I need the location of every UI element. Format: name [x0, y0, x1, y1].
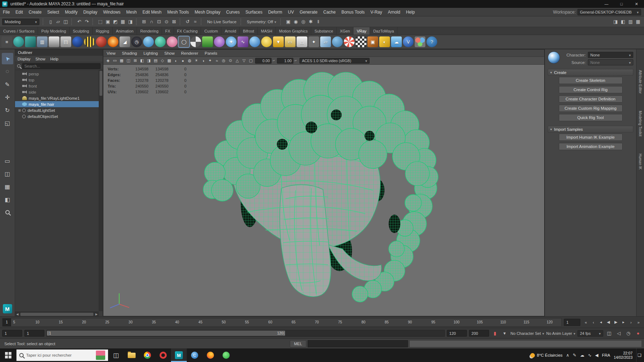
weather-widget[interactable]: 8°C Éclaircies: [530, 353, 563, 358]
menubar-item[interactable]: Deform: [265, 8, 285, 16]
object-details-icon[interactable]: ◇: [159, 58, 166, 64]
scroll-right-icon[interactable]: ▶: [94, 313, 99, 316]
notes-icon[interactable]: ▤: [60, 36, 71, 47]
outliner-item-defaultobjectset[interactable]: defaultObjectSet: [15, 113, 103, 119]
hud-toggle-icon[interactable]: ▤: [152, 58, 159, 64]
gamma-field[interactable]: 1.00: [277, 58, 293, 64]
create-skeleton-button[interactable]: Create Skeleton: [559, 77, 623, 84]
zoom-tool-button[interactable]: [2, 207, 13, 218]
sphere-blue-gloss-icon[interactable]: [249, 36, 260, 47]
outliner-menu-item[interactable]: Display: [15, 56, 33, 62]
glass-pane-icon[interactable]: ▱: [320, 36, 331, 47]
maya-taskbar-icon[interactable]: M: [171, 348, 187, 362]
shelf-tab[interactable]: XGen: [337, 27, 353, 35]
menubar-item[interactable]: UV: [285, 8, 297, 16]
toggle-tool-settings-icon[interactable]: ◧: [619, 18, 627, 25]
viewport-update-icon[interactable]: ≈: [191, 18, 199, 25]
source-dropdown[interactable]: None: [588, 59, 633, 65]
shadows-icon[interactable]: ◑: [200, 58, 206, 64]
auto-key-icon[interactable]: ●: [634, 329, 642, 337]
menubar-item[interactable]: Mesh: [123, 8, 140, 16]
undo-icon[interactable]: ↶: [75, 18, 83, 25]
opera-icon[interactable]: [155, 348, 171, 362]
eyedropper-icon[interactable]: [49, 36, 59, 47]
rotate-tool[interactable]: ↻: [2, 104, 13, 116]
paint-select-tool[interactable]: ✎: [2, 79, 13, 90]
create-control-rig-button[interactable]: Create Control Rig: [559, 86, 623, 93]
wireframe-on-shaded-icon[interactable]: ◐: [173, 58, 179, 64]
gate-mask-icon[interactable]: ◫: [125, 58, 132, 64]
menubar-item[interactable]: Edit Mesh: [140, 8, 164, 16]
go-to-start-button[interactable]: «: [582, 319, 589, 326]
create-custom-rig-mapping-button[interactable]: Create Custom Rig Mapping: [559, 105, 623, 112]
resolution-gate-icon[interactable]: ▦: [118, 58, 125, 64]
four-pane-layout-button[interactable]: ▦: [2, 181, 13, 192]
ssao-icon[interactable]: ✦: [207, 58, 213, 64]
flower-pink-icon[interactable]: [167, 36, 177, 47]
viewport-menu-item[interactable]: View: [103, 50, 119, 57]
range-slider-track[interactable]: 1 120: [47, 330, 445, 337]
animation-start-field[interactable]: 1: [2, 330, 22, 337]
shelf-tab[interactable]: Rigging: [93, 27, 113, 35]
shelf-tab[interactable]: MASH: [258, 27, 276, 35]
bee-icon[interactable]: [84, 36, 95, 47]
minimize-button[interactable]: —: [599, 0, 614, 8]
new-scene-icon[interactable]: ▯: [47, 18, 54, 25]
snap-to-view-plane-icon[interactable]: ⊠: [170, 18, 178, 25]
firefox-icon[interactable]: [203, 348, 218, 362]
no-live-surface-button[interactable]: No Live Surface: [205, 20, 239, 24]
create-section-header[interactable]: Create: [548, 69, 633, 76]
highlight-selection-icon[interactable]: ◨: [127, 18, 134, 25]
playback-range-handle[interactable]: 1 120: [47, 331, 285, 336]
character-set-dropdown[interactable]: No Character Set: [511, 331, 544, 336]
play-backwards-button[interactable]: ◀: [605, 319, 612, 326]
green-app-icon[interactable]: [218, 348, 234, 362]
shelf-tab[interactable]: Animation: [113, 27, 137, 35]
open-scene-icon[interactable]: ▱: [54, 18, 62, 25]
task-view-button[interactable]: ◫: [108, 348, 124, 362]
menubar-item[interactable]: Modify: [62, 8, 80, 16]
outliner-menu-item[interactable]: Show: [33, 56, 48, 62]
open-render-view-icon[interactable]: ▣: [284, 18, 292, 25]
import-samples-section-header[interactable]: Import Samples: [548, 126, 633, 133]
view-transform-dropdown[interactable]: ACES 1.0 SDR-video (sRGB): [299, 58, 370, 64]
menubar-item[interactable]: Bonus Tools: [338, 8, 367, 16]
step-forward-frame-button[interactable]: ›: [628, 319, 634, 326]
shelf-tab[interactable]: Bifrost: [240, 27, 258, 35]
outliner-item-hair[interactable]: maya_file:hair: [15, 101, 103, 107]
vray-table-icon[interactable]: ▥: [37, 36, 48, 47]
viewport-menu-item[interactable]: Show: [161, 50, 178, 57]
shelf-menu-icon[interactable]: ≡: [1, 36, 12, 47]
tab-attribute-editor[interactable]: Attribute Editor: [638, 70, 642, 94]
checker-cube-icon[interactable]: [356, 36, 366, 47]
menubar-item[interactable]: Create: [26, 8, 44, 16]
shelf-tab[interactable]: FX: [162, 27, 174, 35]
shelf-tab[interactable]: Poly Modeling: [38, 27, 69, 35]
snap-to-curve-icon[interactable]: ∩: [148, 18, 155, 25]
xray-icon[interactable]: ▽: [241, 58, 247, 64]
toggle-channel-box-icon[interactable]: ▥: [627, 18, 634, 25]
cylinder-icon[interactable]: ▭: [285, 36, 296, 47]
select-hierarchy-icon[interactable]: ⬚: [97, 18, 104, 25]
search-highlight-thumbnail[interactable]: [96, 351, 105, 360]
start-button[interactable]: [0, 348, 16, 362]
vray-logo-sphere-icon[interactable]: V: [403, 36, 414, 47]
move-tool[interactable]: ✛: [2, 91, 13, 103]
checker-sphere-icon[interactable]: [190, 36, 201, 47]
playback-start-field[interactable]: 1: [24, 330, 44, 337]
expand-icon[interactable]: ⊞: [17, 109, 22, 112]
help-icon[interactable]: ?: [426, 36, 437, 47]
two-pane-layout-button[interactable]: ◫: [2, 168, 13, 179]
bookmark-icon[interactable]: ▮: [491, 329, 499, 337]
tray-network-icon[interactable]: ∿: [588, 353, 591, 358]
step-back-key-button[interactable]: ◂: [597, 319, 604, 326]
import-animation-example-button[interactable]: Import Animation Example: [559, 143, 623, 150]
viewport-menu-item[interactable]: Shading: [119, 50, 140, 57]
safe-action-icon[interactable]: ◧: [139, 58, 145, 64]
create-character-definition-button[interactable]: Create Character Definition: [559, 95, 623, 103]
toon-shader-icon[interactable]: ◐: [379, 36, 390, 47]
outliner-item-persp[interactable]: persp: [15, 71, 103, 77]
outliner-persp-layout-button[interactable]: ◧: [2, 194, 13, 205]
film-gate-icon[interactable]: ▭: [112, 58, 118, 64]
menu-set-dropdown[interactable]: Modeling: [2, 19, 39, 25]
